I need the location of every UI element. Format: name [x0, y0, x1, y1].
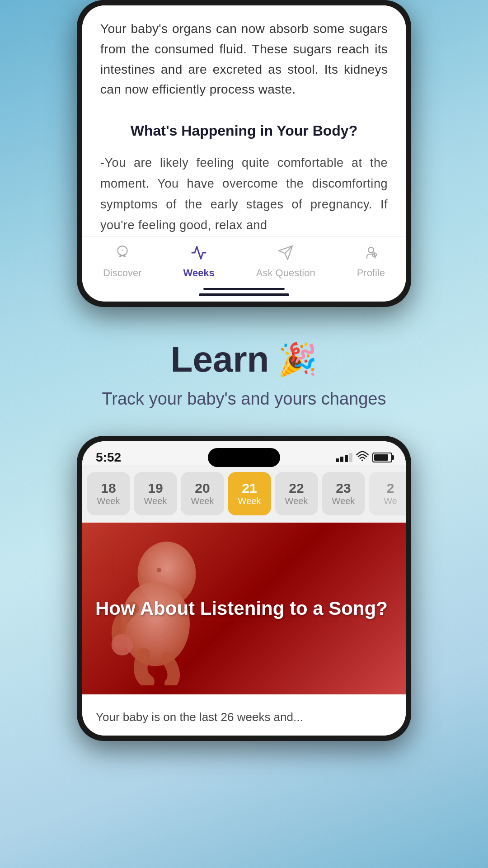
week-item-22[interactable]: 22 Week	[275, 472, 318, 515]
article-top-text: Your baby's organs can now absorb some s…	[100, 19, 388, 109]
week-22-number: 22	[289, 481, 304, 496]
signal-icon	[336, 453, 352, 462]
wifi-icon	[356, 451, 369, 464]
top-phone: Your baby's organs can now absorb some s…	[77, 0, 411, 307]
status-time: 5:52	[96, 450, 121, 465]
week-20-label: Week	[191, 496, 214, 506]
week-19-label: Week	[144, 496, 167, 506]
article-preview: Your baby is on the last 26 weeks and...	[82, 694, 406, 736]
discover-icon	[114, 245, 131, 264]
tab-ask-question-label: Ask Question	[256, 267, 315, 279]
tab-bar: Discover Weeks Ask Question	[82, 236, 406, 283]
week-24-number: 2	[387, 481, 394, 496]
tab-weeks-label: Weeks	[183, 267, 215, 279]
week-19-number: 19	[148, 481, 163, 496]
article-body-text: -You are likely feeling quite comfortabl…	[100, 153, 388, 236]
week-item-19[interactable]: 19 Week	[134, 472, 177, 515]
svg-point-5	[361, 459, 363, 461]
tab-weeks[interactable]: Weeks	[183, 245, 215, 279]
tab-ask-question[interactable]: Ask Question	[256, 245, 315, 279]
week-18-label: Week	[97, 496, 120, 506]
svg-point-8	[112, 634, 133, 656]
banner-text: How About Listening to a Song?	[95, 596, 388, 621]
banner-area: How About Listening to a Song?	[82, 523, 406, 694]
week-20-number: 20	[195, 481, 210, 496]
section-heading: What's Happening in Your Body?	[100, 123, 388, 139]
week-item-21[interactable]: 21 Week	[228, 472, 271, 515]
week-23-label: Week	[332, 496, 355, 506]
week-item-24[interactable]: 2 We	[369, 472, 406, 515]
tab-profile[interactable]: Profile	[357, 245, 385, 279]
week-21-number: 21	[242, 481, 257, 496]
week-22-label: Week	[285, 496, 308, 506]
middle-section: Learn 🎉 Track your baby's and yours chan…	[0, 307, 488, 436]
week-24-label: We	[384, 496, 397, 506]
svg-point-9	[157, 568, 161, 572]
weeks-icon	[191, 245, 207, 264]
status-bar: 5:52	[82, 441, 406, 465]
status-icons	[336, 451, 392, 464]
ask-question-icon	[277, 245, 294, 264]
battery-icon	[372, 453, 392, 462]
tab-discover[interactable]: Discover	[103, 245, 142, 279]
week-18-number: 18	[101, 481, 116, 496]
party-emoji: 🎉	[278, 341, 317, 378]
svg-point-3	[368, 247, 374, 253]
week-21-label: Week	[238, 496, 261, 506]
week-item-23[interactable]: 23 Week	[322, 472, 365, 515]
week-selector[interactable]: 18 Week 19 Week 20 Week 21 Week 22 Week …	[82, 465, 406, 523]
profile-icon	[363, 245, 379, 264]
week-item-20[interactable]: 20 Week	[181, 472, 224, 515]
svg-point-7	[121, 581, 190, 666]
week-23-number: 23	[336, 481, 351, 496]
week-item-18[interactable]: 18 Week	[87, 472, 130, 515]
tab-discover-label: Discover	[103, 267, 142, 279]
home-indicator	[199, 293, 289, 296]
banner-title: How About Listening to a Song?	[95, 596, 388, 621]
tab-indicator	[203, 288, 285, 290]
learn-subtitle: Track your baby's and yours changes	[27, 389, 461, 409]
article-preview-text: Your baby is on the last 26 weeks and...	[96, 708, 392, 727]
bottom-phone: 5:52	[77, 436, 411, 741]
tab-profile-label: Profile	[357, 267, 385, 279]
dynamic-island	[208, 448, 280, 467]
learn-title-text: Learn	[171, 339, 269, 380]
